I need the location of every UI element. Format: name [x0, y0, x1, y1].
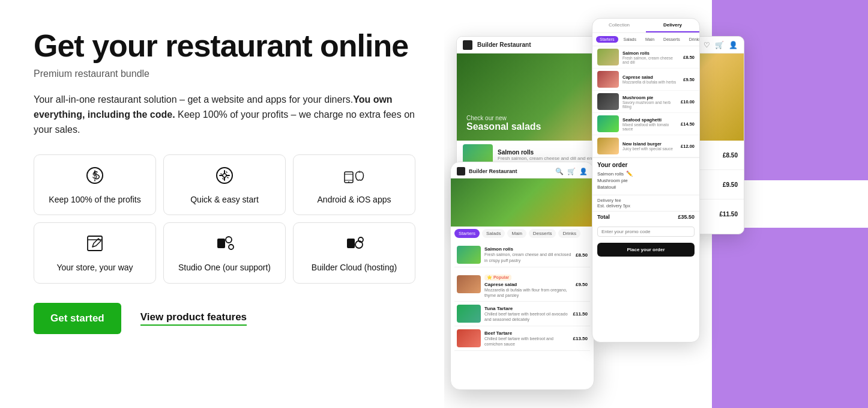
promo-input[interactable]	[597, 227, 695, 237]
order-nav-salads[interactable]: Salads	[620, 36, 640, 43]
mobile-item-text-3: Tuna Tartare Chilled beef tartare with b…	[484, 306, 570, 322]
checkout-button[interactable]: Place your order	[597, 243, 695, 257]
mobile-item-name-3: Tuna Tartare	[484, 306, 570, 311]
mobile-search-icon: 🔍	[555, 168, 564, 175]
order-entry-price-4: £14.50	[681, 121, 695, 127]
mobile-item-img-4	[457, 329, 481, 347]
svg-point-4	[217, 168, 232, 183]
order-total-label: Total	[597, 214, 610, 220]
order-entry-name-5: New Island burger	[622, 141, 677, 147]
order-entry-text-5: New Island burger Juicy beef with specia…	[622, 141, 677, 151]
feature-card-support: Studio One (our support)	[163, 222, 286, 284]
feature-label-profits: Keep 100% of the profits	[49, 194, 140, 206]
mobile-item-text-1: Salmon rolls Fresh salmon, cream cheese …	[484, 246, 572, 263]
user-icon: 👤	[729, 41, 738, 49]
order-entry-name-1: Salmon rolls	[622, 50, 680, 56]
order-entry-price-1: £8.50	[683, 55, 695, 60]
order-entry-desc-1: Fresh salmon, cream cheese and dill	[622, 56, 680, 64]
order-tab-delivery[interactable]: Delivery	[646, 19, 699, 32]
order-entry-text-2: Caprese salad Mozzarella di bufala with …	[622, 75, 680, 84]
mobile-item-name-4: Beef Tartare	[484, 330, 570, 336]
tab-starters[interactable]: Starters	[454, 229, 480, 238]
order-nav-main[interactable]: Main	[642, 36, 658, 43]
mobile-menu-item-3: Tuna Tartare Chilled beef tartare with b…	[454, 302, 590, 326]
order-summary: Your order Salmon rolls ✏️ Mushroom pie …	[592, 157, 699, 195]
order-entry-desc-5: Juicy beef with special sauce	[622, 147, 677, 151]
wishlist-icon: ♡	[704, 41, 710, 49]
mobile-item-price-1: £8.50	[576, 252, 588, 258]
page-description: Your all-in-one restaurant solution – ge…	[34, 93, 415, 137]
mobile-item-name-1: Salmon rolls	[484, 246, 572, 252]
menu-item-price-1: £8.50	[723, 152, 738, 159]
left-panel: Get your restaurant online Premium resta…	[0, 0, 444, 408]
popular-badge: ⭐ Popular	[484, 275, 511, 281]
mobile-item-text-2: ⭐ Popular Caprese salad Mozzarella di bu…	[484, 270, 572, 298]
mobile-item-desc-3: Chilled beef tartare with beetroot oil a…	[484, 311, 570, 322]
mobile-item-desc-2: Mozzarella di bufala with flour from ore…	[484, 287, 572, 298]
mobile-brand: Builder Restaurant	[469, 168, 517, 174]
cta-row: Get started View product features	[34, 303, 415, 334]
feature-card-quickstart: Quick & easy start	[163, 154, 286, 216]
order-entry-price-2: £9.50	[683, 77, 695, 82]
order-summary-item-1: Salmon rolls ✏️	[597, 171, 695, 177]
order-menu-nav: Starters Salads Main Desserts Drinks Pop…	[592, 33, 699, 46]
order-panel: Collection Delivery Starters Salads Main…	[592, 18, 700, 343]
hero-small-text: Check our new	[466, 115, 541, 121]
order-entry-price-5: £12.00	[681, 144, 695, 149]
get-started-button[interactable]: Get started	[34, 303, 121, 334]
cart-icon: 🛒	[715, 41, 724, 49]
order-entry-5: New Island burger Juicy beef with specia…	[592, 135, 699, 157]
order-nav-desserts[interactable]: Desserts	[660, 36, 684, 43]
order-entry-2: Caprese salad Mozzarella di bufala with …	[592, 69, 699, 91]
desktop-brand: Builder Restaurant	[477, 41, 531, 48]
order-entry-4: Seafood spaghetti Mixed seafood with tom…	[592, 113, 699, 135]
order-summary-title: Your order	[597, 162, 695, 168]
svg-point-9	[348, 181, 349, 183]
mobile-menu-item-1: Salmon rolls Fresh salmon, cream cheese …	[454, 243, 590, 267]
hosting-icon	[345, 234, 364, 256]
order-entry-text-4: Seafood spaghetti Mixed seafood with tom…	[622, 117, 677, 131]
menu-item-price-3: £11.50	[719, 211, 738, 218]
order-nav-starters[interactable]: Starters	[596, 36, 618, 43]
support-icon	[215, 234, 234, 256]
order-entry-name-4: Seafood spaghetti	[622, 117, 677, 123]
feature-card-profits: $ Keep 100% of the profits	[34, 154, 156, 216]
desktop-nav-icons: ♡ 🛒 👤	[704, 41, 738, 49]
mobile-header: Builder Restaurant 🔍 🛒 👤	[451, 162, 594, 178]
menu-item-price-2: £9.50	[723, 181, 738, 188]
order-edit-icon-1[interactable]: ✏️	[626, 171, 633, 177]
page-subtitle: Premium restaurant bundle	[34, 69, 415, 79]
feature-label-apps: Android & iOS apps	[318, 194, 391, 206]
mobile-item-price-4: £13.50	[573, 336, 588, 341]
order-total-row: Total £35.50	[592, 211, 699, 222]
order-nav-drinks[interactable]: Drinks	[686, 36, 699, 43]
page-title: Get your restaurant online	[34, 29, 415, 62]
view-features-link[interactable]: View product features	[140, 311, 247, 326]
tab-salads[interactable]: Salads	[482, 229, 505, 238]
desktop-hero-text: Check our new Seasonal salads	[466, 115, 541, 132]
order-menu-list: Salmon rolls Fresh salmon, cream cheese …	[592, 46, 699, 157]
mobile-tabs: Starters Salads Main Desserts Drinks	[451, 227, 594, 240]
tab-desserts[interactable]: Desserts	[529, 229, 556, 238]
mobile-menu-item-4: Beef Tartare Chilled beef tartare with b…	[454, 326, 590, 351]
feature-card-apps: Android & iOS apps	[293, 154, 415, 216]
feature-label-hosting: Builder Cloud (hosting)	[312, 262, 397, 273]
order-total-value: £35.50	[678, 214, 695, 220]
hero-big-text: Seasonal salads	[466, 121, 541, 132]
order-tab-collection[interactable]: Collection	[592, 19, 646, 32]
order-item-name-3: Batatouil	[597, 184, 616, 190]
mobile-item-text-4: Beef Tartare Chilled beef tartare with b…	[484, 330, 570, 347]
order-entry-text-3: Mushroom pie Savory mushroom and herb fi…	[622, 95, 677, 109]
feature-label-store: Your store, your way	[56, 262, 133, 273]
tab-drinks[interactable]: Drinks	[558, 229, 580, 238]
feature-label-quickstart: Quick & easy start	[190, 194, 259, 206]
mobile-user-icon: 👤	[579, 168, 588, 175]
svg-rect-11	[217, 239, 225, 248]
svg-rect-14	[347, 239, 355, 248]
order-entry-img-5	[597, 138, 619, 154]
svg-point-5	[223, 174, 226, 177]
mobile-item-img-3	[457, 305, 481, 323]
profits-icon: $	[85, 166, 104, 188]
apps-icon	[343, 166, 365, 188]
tab-main[interactable]: Main	[507, 229, 526, 238]
